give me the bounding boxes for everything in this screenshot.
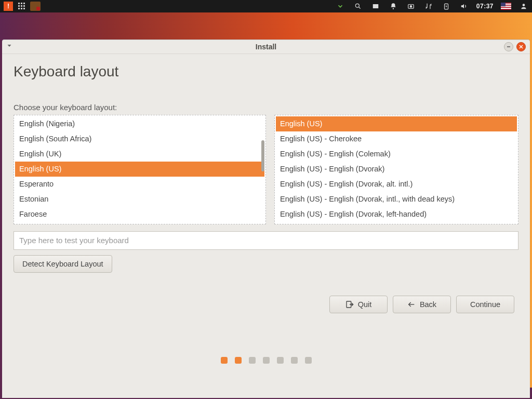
progress-dot	[221, 357, 228, 364]
list-item[interactable]: English (US) - English (Colemak)	[276, 147, 517, 162]
detect-keyboard-button[interactable]: Detect Keyboard Layout	[14, 255, 112, 273]
workspace-icon[interactable]	[370, 1, 381, 11]
keyboard-flag-us[interactable]	[501, 1, 511, 11]
back-label: Back	[420, 300, 436, 309]
page-heading: Keyboard layout	[14, 63, 518, 80]
dropdown-indicator-icon[interactable]	[335, 1, 345, 11]
progress-dot	[235, 357, 242, 364]
list-item[interactable]: English (US) - English (Dvorak, intl., w…	[276, 192, 517, 207]
quit-button[interactable]: Quit	[329, 296, 388, 313]
quit-label: Quit	[358, 300, 372, 309]
svg-rect-2	[373, 4, 379, 8]
battery-icon[interactable]	[441, 1, 451, 11]
list-item[interactable]: English (US)	[15, 162, 264, 177]
list-item[interactable]: English (US) - English (Dvorak)	[276, 162, 517, 177]
taskbar-app-icon[interactable]	[30, 1, 41, 11]
continue-label: Continue	[470, 300, 500, 309]
svg-point-3	[393, 8, 394, 9]
list-item[interactable]: English (Nigeria)	[15, 116, 264, 131]
user-icon[interactable]	[518, 1, 529, 11]
notifications-icon[interactable]	[388, 1, 398, 11]
progress-dot	[263, 357, 270, 364]
scrollbar-thumb[interactable]	[261, 140, 264, 171]
close-button[interactable]	[516, 42, 526, 51]
layout-family-list[interactable]: English (Nigeria)English (South Africa)E…	[14, 115, 266, 224]
search-icon[interactable]	[353, 1, 363, 11]
camera-icon[interactable]	[406, 1, 416, 11]
continue-button[interactable]: Continue	[456, 296, 514, 313]
clock[interactable]: 07:37	[476, 3, 494, 10]
list-item[interactable]: Esperanto	[15, 177, 264, 192]
list-item[interactable]: Faroese	[15, 207, 264, 222]
layout-variant-list[interactable]: English (US)English (US) - CherokeeEngli…	[274, 115, 518, 224]
progress-dots	[14, 357, 518, 364]
installer-window: Install Keyboard layout Choose your keyb…	[2, 39, 530, 398]
list-item[interactable]: English (US)	[276, 116, 517, 131]
window-menu-icon[interactable]	[6, 43, 12, 50]
progress-dot	[291, 357, 298, 364]
arrow-left-icon	[407, 300, 416, 309]
volume-icon[interactable]	[459, 1, 469, 11]
back-button[interactable]: Back	[393, 296, 451, 313]
minimize-button[interactable]	[504, 42, 513, 51]
quit-icon	[345, 300, 354, 309]
list-item[interactable]: English (US) - Cherokee	[276, 131, 517, 147]
keyboard-test-input[interactable]	[14, 231, 518, 250]
svg-marker-8	[8, 45, 11, 47]
top-panel: ! 07:37	[0, 0, 532, 12]
svg-point-0	[355, 4, 359, 7]
list-item[interactable]: English (US) - English (Dvorak, left-han…	[276, 207, 517, 222]
svg-point-5	[410, 6, 412, 8]
detect-keyboard-label: Detect Keyboard Layout	[22, 260, 103, 268]
svg-line-1	[359, 7, 361, 9]
list-item[interactable]: English (US) - English (Dvorak, alt. int…	[276, 177, 517, 192]
list-item[interactable]: Estonian	[15, 192, 264, 207]
list-item[interactable]: English (UK)	[15, 147, 264, 162]
window-title: Install	[2, 43, 530, 51]
instruction-label: Choose your keyboard layout:	[14, 103, 518, 112]
launcher-icon[interactable]: !	[3, 1, 14, 11]
svg-point-7	[523, 4, 525, 6]
progress-dot	[305, 357, 312, 364]
titlebar: Install	[2, 40, 530, 54]
desktop-gradient-top	[0, 12, 532, 39]
scrollbar[interactable]	[260, 140, 265, 224]
progress-dot	[249, 357, 256, 364]
list-item[interactable]: English (South Africa)	[15, 131, 264, 147]
network-icon[interactable]	[423, 1, 434, 11]
progress-dot	[277, 357, 284, 364]
apps-grid-icon[interactable]	[17, 1, 27, 11]
